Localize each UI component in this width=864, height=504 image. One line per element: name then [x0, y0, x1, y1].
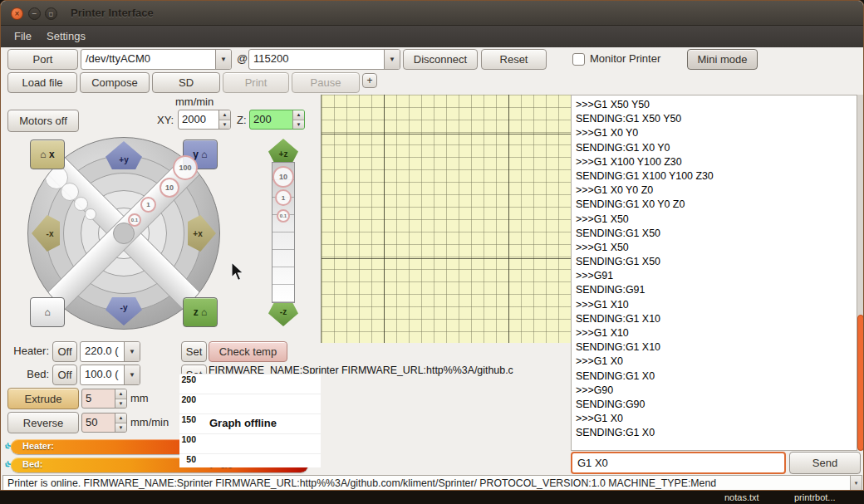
spinner-up-icon[interactable]: ▲: [293, 110, 304, 120]
jog-decor-circle: [74, 197, 88, 211]
xy-feed-spinner[interactable]: 2000 ▲▼: [178, 110, 231, 130]
log-line: >>>G1 X50: [576, 213, 857, 227]
extrude-button[interactable]: Extrude: [7, 388, 79, 409]
extrude-amount-spinner[interactable]: 5 ▲▼: [81, 389, 127, 409]
menu-settings[interactable]: Settings: [43, 30, 89, 42]
send-input[interactable]: [571, 452, 786, 474]
printer-interface-app: × − ◻ Printer Interface File Settings Po…: [0, 0, 864, 504]
log-line: >>>G1 X10: [576, 298, 857, 312]
graph-tick-labels: 25020015010050: [179, 374, 198, 474]
minimize-icon[interactable]: −: [28, 7, 41, 20]
desktop-icon-label[interactable]: notas.txt: [724, 492, 759, 502]
sd-button[interactable]: SD: [152, 72, 220, 93]
z-step-01-ring[interactable]: 0.1: [277, 209, 290, 223]
z-step-1-ring[interactable]: 1: [275, 189, 292, 206]
xy-feed-value[interactable]: 2000: [179, 110, 218, 129]
monitor-printer-checkbox[interactable]: [572, 53, 585, 66]
pause-button[interactable]: Pause: [292, 72, 360, 93]
add-custom-button[interactable]: +: [362, 73, 377, 88]
jog-step-1-ring[interactable]: 1: [140, 197, 156, 213]
z-feed-value[interactable]: 200: [250, 110, 292, 129]
monitor-printer-label: Monitor Printer: [590, 52, 660, 65]
spinner-up-icon[interactable]: ▲: [115, 389, 126, 399]
reverse-button[interactable]: Reverse: [7, 412, 79, 433]
log-line: SENDING:G1 X50: [576, 255, 857, 269]
port-button[interactable]: Port: [7, 49, 78, 70]
reset-button[interactable]: Reset: [481, 49, 547, 70]
home-all-button[interactable]: ⌂: [30, 297, 65, 327]
spinner-arrows[interactable]: ▲▼: [218, 110, 230, 129]
log-line: SENDING:G1 X0 Y0 Z0: [576, 198, 857, 212]
log-line: SENDING:G1 X50 Y50: [576, 112, 857, 126]
desktop-icon-label[interactable]: printrbot...: [794, 492, 836, 502]
chevron-down-icon[interactable]: ▼: [215, 50, 231, 69]
jog-step-10-ring[interactable]: 10: [160, 178, 179, 198]
log-line: >>>G1 X50: [576, 241, 857, 255]
home-x-button[interactable]: ⌂ x: [30, 139, 65, 169]
disconnect-button[interactable]: Disconnect: [403, 49, 478, 70]
spinner-arrows[interactable]: ▲▼: [292, 110, 304, 129]
bed-temp-value: 100.0 (: [81, 365, 124, 384]
bed-grid-view[interactable]: [321, 95, 571, 343]
log-line: SENDING:G1 X0: [576, 369, 857, 384]
spinner-down-icon[interactable]: ▼: [115, 423, 126, 433]
spinner-up-icon[interactable]: ▲: [115, 413, 126, 423]
z-jog-pad[interactable]: +z -z 10 1 0.1: [268, 139, 298, 326]
spinner-arrows[interactable]: ▲▼: [115, 413, 126, 432]
check-temp-button[interactable]: Check temp: [209, 341, 287, 362]
at-label: @: [237, 52, 248, 65]
port-combo[interactable]: /dev/ttyACM0 ▼: [81, 49, 232, 70]
motors-off-button[interactable]: Motors off: [7, 110, 79, 132]
heater-temp-combo[interactable]: 220.0 ( ▼: [80, 341, 140, 362]
menu-file[interactable]: File: [11, 30, 35, 42]
log-line: SENDING:G1 X10: [576, 340, 857, 355]
close-icon[interactable]: ×: [11, 7, 23, 20]
maximize-icon[interactable]: ◻: [45, 7, 57, 20]
temp-graph: 25020015010050 Graph offline: [179, 374, 321, 467]
mini-mode-button[interactable]: Mini mode: [687, 49, 758, 70]
z-feed-spinner[interactable]: 200 ▲▼: [249, 110, 305, 130]
reverse-speed-value[interactable]: 50: [82, 413, 115, 432]
log-scrollbar[interactable]: [857, 95, 864, 451]
jog-step-01-ring[interactable]: 0.1: [128, 213, 141, 227]
z-feed-label: Z:: [237, 114, 247, 126]
chevron-down-icon[interactable]: ▼: [124, 342, 140, 361]
log-line: SENDING:G90: [576, 398, 857, 412]
xy-jog-pad[interactable]: ⌂ x y ⌂ ⌂ z ⌂ +y -y -x +x 100 10 1 0.1: [27, 137, 220, 330]
chevron-down-icon[interactable]: ▼: [384, 50, 400, 69]
desktop-strip: notas.txt printrbot...: [0, 491, 864, 504]
log-panel[interactable]: >>>G1 X50 Y50SENDING:G1 X50 Y50>>>G1 X0 …: [571, 95, 857, 451]
reverse-speed-spinner[interactable]: 50 ▲▼: [81, 413, 127, 433]
load-file-button[interactable]: Load file: [7, 72, 77, 93]
send-button[interactable]: Send: [789, 452, 861, 474]
spinner-up-icon[interactable]: ▲: [219, 110, 230, 120]
log-line: >>>G91: [576, 269, 857, 283]
bed-temp-combo[interactable]: 100.0 ( ▼: [80, 365, 140, 385]
print-button[interactable]: Print: [223, 72, 289, 93]
feedrate-unit-label: mm/min: [175, 95, 214, 108]
graph-offline-text: Graph offline: [209, 417, 277, 429]
z-up-button[interactable]: +z: [268, 139, 298, 162]
log-line: >>>G1 X10: [576, 326, 857, 340]
log-line: SENDING:G1 X50: [576, 227, 857, 241]
extrude-amount-value[interactable]: 5: [82, 389, 115, 408]
log-line: >>>G1 X100 Y100 Z30: [576, 155, 857, 169]
z-down-button[interactable]: -z: [268, 303, 298, 326]
z-step-10-ring[interactable]: 10: [272, 166, 294, 188]
title-bar[interactable]: × − ◻ Printer Interface: [1, 1, 863, 26]
heater-set-button[interactable]: Set: [181, 341, 207, 362]
baud-combo[interactable]: 115200 ▼: [248, 49, 400, 70]
jog-step-100-ring[interactable]: 100: [173, 155, 198, 180]
home-z-button[interactable]: z ⌂: [183, 297, 218, 327]
spinner-down-icon[interactable]: ▼: [219, 120, 230, 130]
log-scrollbar-thumb[interactable]: [857, 315, 864, 451]
spinner-down-icon[interactable]: ▼: [293, 120, 304, 130]
bed-off-button[interactable]: Off: [52, 365, 77, 385]
chevron-down-icon[interactable]: ▼: [124, 365, 140, 384]
spinner-arrows[interactable]: ▲▼: [115, 389, 126, 408]
compose-button[interactable]: Compose: [80, 72, 150, 93]
spinner-down-icon[interactable]: ▼: [115, 399, 126, 409]
heater-off-button[interactable]: Off: [52, 341, 77, 362]
statusbar-grip[interactable]: ▾: [850, 476, 862, 490]
log-line: SENDING:G1 X10: [576, 312, 857, 326]
